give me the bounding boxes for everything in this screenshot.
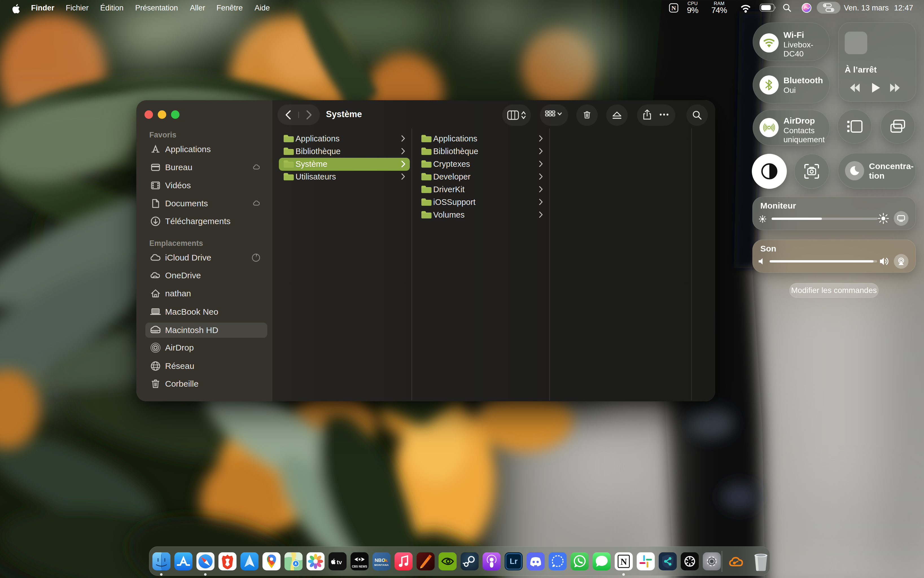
svg-text:MONTANA: MONTANA — [374, 563, 389, 567]
svg-text:N: N — [620, 557, 627, 567]
svg-text:tv: tv — [337, 559, 342, 565]
svg-text:NBC: NBC — [375, 558, 385, 563]
svg-text:CBS NEWS: CBS NEWS — [352, 565, 367, 568]
svg-text:N: N — [671, 5, 676, 11]
